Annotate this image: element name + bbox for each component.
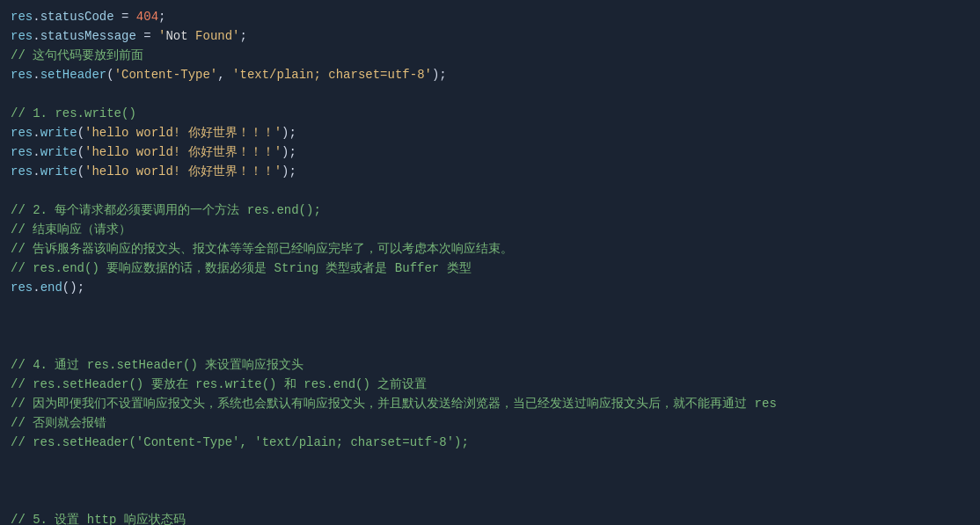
token: ; bbox=[289, 145, 296, 159]
token: . bbox=[33, 281, 40, 295]
code-line-21: // 因为即便我们不设置响应报文头，系统也会默认有响应报文头，并且默认发送给浏览… bbox=[0, 394, 980, 413]
token: ; bbox=[158, 10, 165, 24]
code-line-8: res.write('hello world! 你好世界！！！'); bbox=[0, 142, 980, 162]
token: . bbox=[33, 29, 40, 43]
code-line-26 bbox=[0, 491, 980, 510]
token: 'hello world! 你好世界！！！' bbox=[84, 126, 282, 140]
token: write bbox=[40, 126, 77, 140]
token: statusMessage bbox=[40, 29, 136, 43]
token: statusCode bbox=[40, 10, 114, 24]
token: res bbox=[11, 164, 33, 179]
code-line-23: // res.setHeader('Content-Type', 'text/p… bbox=[0, 433, 980, 452]
code-line-7: res.write('hello world! 你好世界！！！'); bbox=[0, 123, 980, 142]
token: write bbox=[40, 145, 77, 159]
code-line-27: // 5. 设置 http 响应状态码 bbox=[0, 510, 980, 525]
token: // 1. res.write() bbox=[11, 106, 136, 120]
code-line-14: // res.end() 要响应数据的话，数据必须是 String 类型或者是 … bbox=[0, 259, 980, 278]
code-line-5 bbox=[0, 84, 980, 104]
token: ; bbox=[77, 281, 84, 295]
token: 'Content-Type' bbox=[114, 68, 218, 82]
token: , bbox=[217, 68, 232, 82]
token: . bbox=[33, 145, 40, 159]
token: // 2. 每个请求都必须要调用的一个方法 res.end(); bbox=[11, 203, 321, 217]
token: 'hello world! 你好世界！！！' bbox=[84, 164, 282, 179]
token: // 结束响应（请求） bbox=[11, 222, 131, 237]
token: 'text/plain; charset=utf-8' bbox=[232, 68, 432, 82]
code-line-19: // 4. 通过 res.setHeader() 来设置响应报文头 bbox=[0, 355, 980, 375]
token: 404 bbox=[136, 10, 158, 24]
token: ( bbox=[77, 164, 84, 179]
token: 'hello world! 你好世界！！！' bbox=[84, 145, 282, 159]
code-line-10 bbox=[0, 181, 980, 201]
code-line-18 bbox=[0, 336, 980, 355]
code-line-12: // 结束响应（请求） bbox=[0, 220, 980, 239]
token: ; bbox=[439, 68, 446, 82]
token: // 告诉服务器该响应的报文头、报文体等等全部已经响应完毕了，可以考虑本次响应结… bbox=[11, 242, 513, 256]
code-line-2: res.statusMessage = 'Not Found'; bbox=[0, 26, 980, 46]
token: // 否则就会报错 bbox=[11, 416, 106, 430]
token: = bbox=[136, 29, 158, 43]
code-line-4: res.setHeader('Content-Type', 'text/plai… bbox=[0, 65, 980, 84]
code-line-1: res.statusCode = 404; bbox=[0, 7, 980, 26]
token: Not bbox=[165, 29, 187, 43]
code-line-9: res.write('hello world! 你好世界！！！'); bbox=[0, 162, 980, 181]
token: res bbox=[11, 145, 33, 159]
code-line-3: // 这句代码要放到前面 bbox=[0, 46, 980, 65]
code-line-22: // 否则就会报错 bbox=[0, 413, 980, 433]
token: // 4. 通过 res.setHeader() 来设置响应报文头 bbox=[11, 358, 304, 372]
token: = bbox=[114, 10, 136, 24]
token: // res.setHeader() 要放在 res.write() 和 res… bbox=[11, 377, 427, 391]
token: res bbox=[11, 68, 33, 82]
token: setHeader bbox=[40, 68, 107, 82]
token: . bbox=[33, 164, 40, 179]
token: Found' bbox=[188, 29, 240, 43]
token: res bbox=[11, 126, 33, 140]
code-line-13: // 告诉服务器该响应的报文头、报文体等等全部已经响应完毕了，可以考虑本次响应结… bbox=[0, 239, 980, 259]
token: end bbox=[40, 281, 62, 295]
token: ( bbox=[77, 145, 84, 159]
code-line-6: // 1. res.write() bbox=[0, 104, 980, 123]
token: // res.end() 要响应数据的话，数据必须是 String 类型或者是 … bbox=[11, 261, 472, 275]
token: . bbox=[33, 10, 40, 24]
token: res bbox=[11, 281, 33, 295]
token: res bbox=[11, 10, 33, 24]
token: ; bbox=[240, 29, 247, 43]
code-line-11: // 2. 每个请求都必须要调用的一个方法 res.end(); bbox=[0, 201, 980, 220]
token: . bbox=[33, 126, 40, 140]
code-line-24 bbox=[0, 452, 980, 471]
code-line-17 bbox=[0, 317, 980, 336]
code-editor: res.statusCode = 404; res.statusMessage … bbox=[0, 0, 980, 525]
token: . bbox=[33, 68, 40, 82]
token: // res.setHeader('Content-Type', 'text/p… bbox=[11, 435, 469, 449]
code-line-15: res.end(); bbox=[0, 278, 980, 297]
code-line-25 bbox=[0, 471, 980, 491]
token: ( bbox=[106, 68, 113, 82]
token: ( bbox=[77, 126, 84, 140]
token: ; bbox=[289, 164, 296, 179]
token: () bbox=[62, 281, 77, 295]
code-line-20: // res.setHeader() 要放在 res.write() 和 res… bbox=[0, 375, 980, 394]
token: res bbox=[11, 29, 33, 43]
token: ; bbox=[289, 126, 296, 140]
token: // 5. 设置 http 响应状态码 bbox=[11, 513, 186, 525]
token: // 这句代码要放到前面 bbox=[11, 48, 143, 62]
token: write bbox=[40, 164, 77, 179]
code-line-16 bbox=[0, 297, 980, 317]
token: // 因为即便我们不设置响应报文头，系统也会默认有响应报文头，并且默认发送给浏览… bbox=[11, 397, 777, 411]
